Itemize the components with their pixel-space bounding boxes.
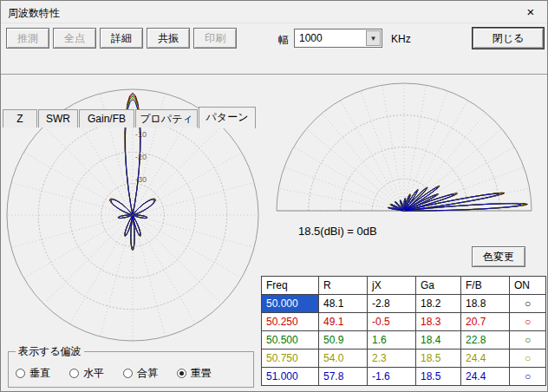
close-icon[interactable]: × — [521, 3, 540, 21]
radio-icon[interactable] — [123, 369, 133, 378]
r-cell: 48.1 — [319, 295, 368, 313]
ga-cell: 18.5 — [416, 350, 461, 368]
radio-vertical[interactable]: 垂直 — [16, 366, 50, 381]
window-title: 周波数特性 — [8, 6, 60, 21]
table-row[interactable]: 50.750 54.0 2.3 18.5 24.4 ○ — [262, 350, 546, 368]
table-row[interactable]: 50.000 48.1 -2.8 18.2 18.8 ○ — [262, 295, 546, 313]
chevron-down-icon[interactable]: ▼ — [366, 30, 381, 46]
col-header-r: R — [319, 277, 368, 295]
radio-horizontal[interactable]: 水平 — [69, 366, 104, 381]
ga-cell: 18.2 — [416, 295, 461, 313]
estimate-button[interactable]: 推測 — [6, 28, 49, 49]
radio-sum[interactable]: 合算 — [123, 366, 158, 381]
ga-cell: 18.3 — [416, 313, 461, 331]
tab-swr[interactable]: SWR — [38, 109, 78, 127]
width-select[interactable]: 1000 ▼ — [294, 29, 382, 48]
fb-cell: 18.8 — [461, 295, 510, 313]
jx-cell: 2.3 — [368, 350, 416, 368]
svg-text:-10: -10 — [135, 130, 147, 139]
on-toggle[interactable]: ○ — [510, 313, 546, 331]
tab-gain-fb[interactable]: Gain/FB — [79, 109, 134, 127]
radio-label: 水平 — [83, 366, 104, 381]
detail-button[interactable]: 詳細 — [100, 28, 143, 49]
svg-text:-30: -30 — [135, 175, 147, 184]
table-row[interactable]: 50.500 50.9 1.6 18.4 22.8 ○ — [262, 331, 546, 350]
radio-label: 合算 — [137, 366, 158, 381]
col-header-on: ON — [510, 277, 546, 295]
r-cell: 57.8 — [319, 368, 368, 386]
freq-cell[interactable]: 50.000 — [262, 295, 319, 313]
col-header-ga: Ga — [416, 277, 461, 295]
print-button[interactable]: 印刷 — [193, 28, 237, 49]
jx-cell: -0.5 — [368, 313, 416, 331]
r-cell: 50.9 — [319, 331, 368, 350]
width-value: 1000 — [299, 32, 323, 44]
change-color-button[interactable]: 色変更 — [472, 246, 525, 267]
table-row[interactable]: 51.000 57.8 -1.6 18.5 24.4 ○ — [262, 368, 546, 386]
fb-cell: 24.4 — [461, 350, 510, 368]
col-header-freq: Freq — [262, 277, 319, 295]
svg-text:-20: -20 — [135, 153, 147, 161]
width-label: 幅 — [278, 33, 289, 48]
jx-cell: 1.6 — [368, 331, 416, 350]
polarization-group-label: 表示する偏波 — [16, 344, 84, 359]
tab-divider — [1, 74, 547, 75]
frequency-characteristics-window: 周波数特性 × 推測 全点 詳細 共振 印刷 幅 1000 ▼ KHz 閉じる … — [0, 0, 548, 392]
titlebar: 周波数特性 × — [1, 1, 547, 23]
radio-superimpose[interactable]: 重畳 — [177, 366, 212, 381]
gain-reference-note: 18.5(dBi) = 0dB — [298, 225, 377, 238]
fb-cell: 22.8 — [461, 331, 510, 350]
elevation-pattern-chart — [274, 77, 545, 223]
table-row[interactable]: 50.250 49.1 -0.5 18.3 20.7 ○ — [262, 313, 546, 331]
freq-cell[interactable]: 51.000 — [262, 368, 319, 386]
frequency-table: Freq R jX Ga F/B ON 50.000 48.1 -2.8 18.… — [261, 276, 546, 386]
jx-cell: -2.8 — [368, 295, 416, 313]
polarization-group: 表示する偏波 垂直 水平 合算 重畳 — [8, 344, 254, 388]
col-header-jx: jX — [368, 277, 416, 295]
radio-label: 垂直 — [29, 366, 50, 381]
r-cell: 49.1 — [319, 313, 368, 331]
col-header-fb: F/B — [461, 277, 510, 295]
on-toggle[interactable]: ○ — [510, 350, 546, 368]
radio-icon[interactable] — [177, 369, 186, 378]
freq-cell[interactable]: 50.250 — [262, 313, 319, 331]
freq-cell[interactable]: 50.500 — [262, 331, 319, 350]
ga-cell: 18.4 — [416, 331, 461, 350]
on-toggle[interactable]: ○ — [510, 295, 546, 313]
jx-cell: -1.6 — [368, 368, 416, 386]
r-cell: 54.0 — [319, 350, 368, 368]
tab-strip: Z SWR Gain/FB プロパティ パターン — [1, 54, 547, 75]
tab-property[interactable]: プロパティ — [135, 109, 198, 127]
ga-cell: 18.5 — [416, 368, 461, 386]
radio-icon[interactable] — [69, 369, 79, 378]
tab-pattern[interactable]: パターン — [199, 107, 256, 128]
all-points-button[interactable]: 全点 — [53, 28, 96, 49]
on-toggle[interactable]: ○ — [510, 368, 546, 386]
fb-cell: 24.4 — [461, 368, 510, 386]
table-header-row: Freq R jX Ga F/B ON — [262, 277, 546, 295]
tab-z[interactable]: Z — [3, 109, 37, 127]
resonance-button[interactable]: 共振 — [147, 28, 190, 49]
radio-label: 重畳 — [191, 366, 212, 381]
unit-label: KHz — [391, 33, 411, 45]
close-window-button[interactable]: 閉じる — [473, 28, 544, 49]
freq-cell[interactable]: 50.750 — [262, 350, 319, 368]
radio-icon[interactable] — [16, 369, 25, 378]
fb-cell: 20.7 — [461, 313, 510, 331]
on-toggle[interactable]: ○ — [510, 331, 546, 350]
